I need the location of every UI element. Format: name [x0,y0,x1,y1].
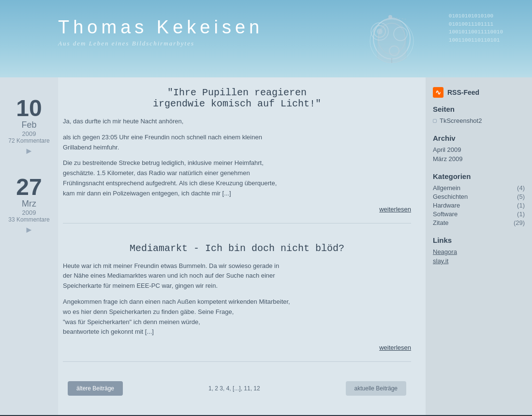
sidebar-links-title: Links [433,236,525,244]
cat-allgemein[interactable]: Allgemein (4) [433,184,525,192]
sidebar-archiv-title: Archiv [433,134,525,142]
older-posts-button[interactable]: ältere Beiträge [68,381,123,396]
sidebar-page-label[interactable]: TkScreenshot2 [440,117,482,124]
post-1-year: 2009 [7,130,51,137]
post-2-year: 2009 [7,209,51,216]
sidebar-kategorien: Kategorien Allgemein (4) Geschichten (5)… [433,172,525,226]
sidebar-links: Links Neagora slay.it [433,236,525,265]
post-1-body: Ja, das durfte ich mir heute Nacht anhör… [63,117,411,199]
sidebar-link-neagora[interactable]: Neagora [433,248,525,255]
content-column: "Ihre Pupillen reagierenirgendwie komisc… [58,77,426,415]
post-2-comments: 33 Kommentare [7,216,51,223]
site-subtitle: Aus dem Leben eines Bildschirmarbytes [58,40,263,47]
sidebar: ∿ RSS-Feed Seiten TkScreenshot2 Archiv A… [426,77,532,415]
sidebar-page-tkscreenshot[interactable]: TkScreenshot2 [433,117,525,124]
post-1-day: 10 [7,97,51,120]
binary-decoration: 01010101010100 01010011101111 1001011001… [449,12,503,44]
main-content: 10 Feb 2009 72 Kommentare ► 27 Mrz 2009 … [0,77,532,415]
sidebar-seiten: Seiten TkScreenshot2 [433,105,525,124]
cat-geschichten[interactable]: Geschichten (5) [433,193,525,200]
post-1-month: Feb [7,120,51,130]
post-1-title: "Ihre Pupillen reagierenirgendwie komisc… [63,87,411,109]
date-column: 10 Feb 2009 72 Kommentare ► 27 Mrz 2009 … [0,77,58,415]
site-title: Thomas Kekeisen [58,17,263,38]
page-bullet-icon [433,119,437,123]
rss-label[interactable]: RSS-Feed [447,89,479,96]
sidebar-archiv-april[interactable]: April 2009 [433,146,525,153]
post-2-month: Mrz [7,199,51,209]
sidebar-archiv-maerz[interactable]: März 2009 [433,155,525,163]
site-header: Thomas Kekeisen Aus dem Leben eines Bild… [0,0,532,77]
cat-hardware[interactable]: Hardware (1) [433,202,525,209]
newer-posts-button[interactable]: aktuelle Beiträge [346,381,406,396]
cat-software[interactable]: Software (1) [433,210,525,218]
header-title-block: Thomas Kekeisen Aus dem Leben eines Bild… [58,17,263,47]
sidebar-archiv: Archiv April 2009 März 2009 [433,134,525,163]
post-2-read-more[interactable]: weiterlesen [63,343,411,352]
pagination: ältere Beiträge 1, 2 3, 4, [...], 11, 12… [63,381,411,396]
brain-icon [363,5,421,73]
post-1: "Ihre Pupillen reagierenirgendwie komisc… [63,87,411,223]
cat-zitate[interactable]: Zitate (29) [433,219,525,226]
post-1-comments: 72 Kommentare [7,137,51,144]
post-2-body: Heute war ich mit meiner Freundin etwas … [63,261,411,338]
rss-block[interactable]: ∿ RSS-Feed [433,87,525,98]
pagination-pages: 1, 2 3, 4, [...], 11, 12 [208,385,260,392]
post-2-title: Mediamarkt - Ich bin doch nicht blöd? [63,243,411,254]
post-1-read-more[interactable]: weiterlesen [63,205,411,213]
sidebar-kategorien-title: Kategorien [433,172,525,180]
rss-icon: ∿ [433,87,443,98]
sidebar-link-slayit[interactable]: slay.it [433,257,525,265]
post-2-day: 27 [7,176,51,199]
post-2: Mediamarkt - Ich bin doch nicht blöd? He… [63,243,411,362]
post-1-arrow: ► [25,146,33,156]
post-1-date: 10 Feb 2009 72 Kommentare ► [5,92,53,161]
post-2-arrow: ► [25,225,33,235]
post-2-date: 27 Mrz 2009 33 Kommentare ► [5,171,53,240]
sidebar-seiten-title: Seiten [433,105,525,113]
